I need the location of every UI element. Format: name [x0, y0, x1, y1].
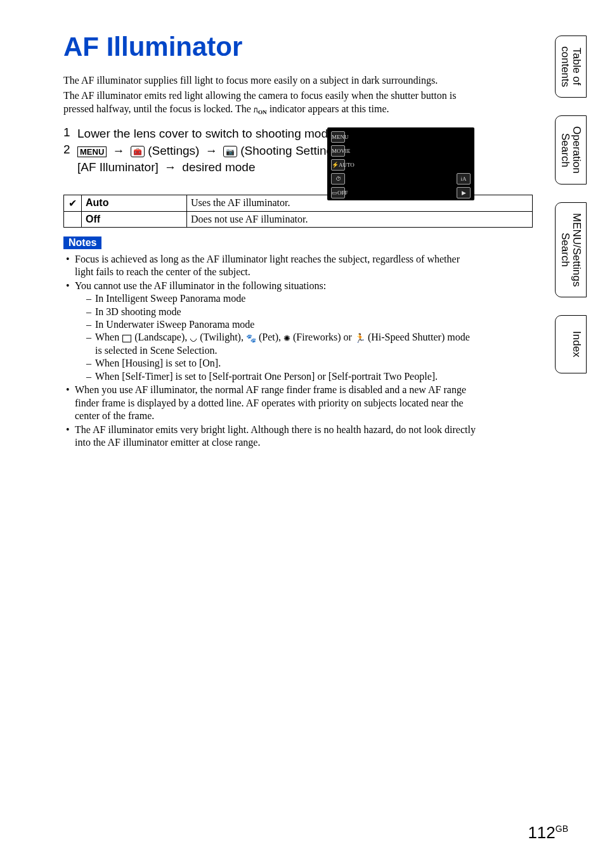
- sc-menu-icon: MENU: [331, 131, 345, 143]
- note-item: You cannot use the AF illuminator in the…: [63, 280, 476, 384]
- tab-operation-search[interactable]: Operation Search: [555, 115, 587, 185]
- scene-text: (Pet),: [256, 332, 283, 342]
- note-subitem: When [Housing] is set to [On].: [86, 357, 476, 370]
- option-desc: Does not use AF illuminator.: [187, 211, 533, 227]
- tab-line: Index: [571, 331, 583, 358]
- tab-line: Table of: [571, 48, 583, 86]
- note-subitem: When [Self-Timer] is set to [Self-portra…: [86, 370, 476, 383]
- menu-item-label: [AF Illuminator]: [77, 160, 159, 174]
- pet-icon: 🐾: [246, 334, 256, 344]
- sc-flash-icon: ⚡AUTO: [331, 159, 345, 171]
- af-on-indicator-icon: ⎍ON: [254, 105, 267, 117]
- sc-timer-icon: ⏱OFF: [331, 173, 345, 185]
- note-subitem: When (Landscape), (Twilight), 🐾 (Pet), ✺…: [86, 331, 476, 357]
- step2-number: 2: [63, 143, 77, 157]
- page-number-value: 112: [528, 823, 555, 842]
- intro-line2-b: indicator appears at this time.: [267, 103, 389, 114]
- tab-line: MENU/Settings: [571, 213, 583, 287]
- page-number-suffix: GB: [556, 824, 568, 834]
- sc-burst-icon: ▭OFF: [331, 187, 345, 198]
- intro-line1: The AF illuminator supplies fill light t…: [63, 75, 438, 86]
- tab-toc[interactable]: Table of contents: [555, 36, 587, 98]
- note-subitem: In 3D shooting mode: [86, 306, 476, 318]
- sc-movie-icon: MOVIE: [331, 145, 345, 157]
- note-subitem: In Underwater iSweep Panorama mode: [86, 318, 476, 331]
- menu-button-icon: MENU: [77, 146, 107, 157]
- tab-line: Operation: [571, 126, 583, 174]
- note-text: You cannot use the AF illuminator in the…: [75, 280, 326, 291]
- landscape-icon: [122, 335, 131, 342]
- tab-line: contents: [559, 46, 571, 87]
- sc-play-icon: ▶: [457, 187, 471, 198]
- tab-line: Search: [559, 133, 571, 167]
- indicator-suffix: ON: [258, 109, 267, 115]
- notes-list: Focus is achieved as long as the AF illu…: [63, 253, 476, 450]
- table-row: Off Does not use AF illuminator.: [64, 211, 533, 227]
- sc-mode-icon: iA: [457, 173, 471, 185]
- step1-number: 1: [63, 126, 77, 139]
- check-cell: [64, 211, 82, 227]
- tab-menu-settings-search[interactable]: MENU/Settings Search: [555, 202, 587, 297]
- camera-screen-preview: MENU MOVIE ⚡AUTO ⏱OFF ▭OFF iA ▶: [327, 127, 474, 200]
- scene-text: (Fireworks) or: [290, 332, 355, 342]
- page-number: 112GB: [528, 823, 568, 843]
- arrow-icon: →: [203, 144, 220, 157]
- check-cell: ✔: [64, 195, 82, 211]
- page-title: AF Illuminator: [63, 32, 476, 62]
- option-label: Off: [82, 211, 187, 227]
- fireworks-icon: ✺: [283, 334, 290, 344]
- intro-text: The AF illuminator supplies fill light t…: [63, 74, 476, 117]
- note-sublist: In Intelligent Sweep Panorama mode In 3D…: [75, 292, 476, 383]
- arrow-icon: →: [110, 144, 127, 157]
- step-list: 1 Lower the lens cover to switch to shoo…: [63, 126, 476, 176]
- note-item: When you use AF illuminator, the normal …: [63, 384, 476, 422]
- notes-heading: Notes: [63, 236, 101, 249]
- note-subitem: In Intelligent Sweep Panorama mode: [86, 292, 476, 305]
- tab-line: Search: [559, 233, 571, 267]
- note-item: The AF illuminator emits very bright lig…: [63, 424, 476, 450]
- scene-text: When: [95, 332, 122, 342]
- camera-gear-icon: 📷: [223, 146, 237, 157]
- hispeed-icon: 🏃: [355, 333, 365, 344]
- note-item: Focus is achieved as long as the AF illu…: [63, 253, 476, 279]
- arrow-icon: →: [162, 160, 179, 174]
- scene-text: (Landscape),: [132, 332, 190, 342]
- side-tabs: Table of contents Operation Search MENU/…: [555, 36, 587, 373]
- scene-text: (Twilight),: [197, 332, 246, 342]
- desired-mode-label: desired mode: [182, 160, 255, 174]
- toolbox-icon: 🧰: [131, 146, 145, 157]
- tab-index[interactable]: Index: [555, 315, 587, 373]
- settings-label: (Settings): [148, 144, 199, 157]
- option-label: Auto: [82, 195, 187, 211]
